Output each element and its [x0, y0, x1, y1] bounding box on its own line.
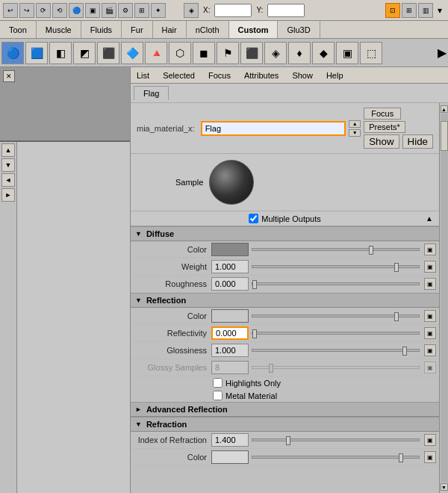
tab-fur[interactable]: Fur	[122, 21, 153, 38]
scroll-thumb[interactable]	[441, 121, 448, 151]
tab-glu3d[interactable]: Glu3D	[278, 21, 320, 38]
icon-btn-13[interactable]: ♦	[288, 42, 311, 64]
minimize-icon[interactable]: ▾	[435, 5, 445, 16]
reflectivity-map-btn[interactable]: ▣	[424, 327, 436, 339]
mat-btn-down[interactable]: ▼	[349, 129, 361, 137]
icon-btn-8[interactable]: ⬡	[169, 42, 191, 64]
reflectivity-input[interactable]	[211, 326, 249, 340]
icon-btn-10[interactable]: ⚑	[217, 42, 239, 64]
diffuse-color-slider[interactable]	[252, 248, 420, 251]
tab-fluids[interactable]: Fluids	[81, 21, 122, 38]
diffuse-roughness-slider[interactable]	[252, 282, 420, 285]
scroll-down-arrow[interactable]: ▼	[441, 483, 448, 491]
diffuse-color-map-btn[interactable]: ▣	[424, 244, 436, 255]
icon-btn-15[interactable]: ▣	[336, 42, 358, 64]
tab-toon[interactable]: Toon	[0, 21, 37, 38]
presets-button[interactable]: Presets*	[364, 121, 405, 133]
flag-tab[interactable]: Flag	[134, 86, 169, 100]
diffuse-weight-map-btn[interactable]: ▣	[424, 261, 436, 273]
diffuse-weight-input[interactable]	[211, 260, 249, 273]
diffuse-roughness-input[interactable]	[211, 277, 249, 291]
y-input[interactable]	[267, 4, 305, 17]
scroll-thumb-area[interactable]	[441, 114, 448, 483]
toolbar-icon-5[interactable]: 🔵	[69, 3, 84, 18]
toolbar-icon-3[interactable]: ⟳	[36, 3, 51, 18]
arrow-right-btn[interactable]: ►	[1, 188, 15, 202]
icon-btn-14[interactable]: ◆	[312, 42, 335, 64]
ior-input[interactable]	[211, 433, 249, 447]
refraction-section-header[interactable]: ▼ Refraction	[131, 417, 439, 432]
reflection-color-label: Color	[137, 311, 211, 320]
refraction-color-swatch[interactable]	[211, 450, 249, 464]
toolbar-icon-2[interactable]: ↪	[19, 3, 34, 18]
reflection-color-slider[interactable]	[252, 314, 420, 317]
hide-button[interactable]: Hide	[402, 134, 433, 149]
reflection-color-swatch[interactable]	[211, 309, 249, 323]
arrow-up-btn[interactable]: ▲	[1, 143, 15, 157]
toolbar-icon-13[interactable]: ▥	[418, 3, 433, 18]
advanced-reflection-section-header[interactable]: ► Advanced Reflection	[131, 402, 439, 417]
icon-btn-5[interactable]: ⬛	[97, 42, 119, 64]
scroll-up-arrow[interactable]: ▲	[441, 105, 448, 113]
glossiness-slider[interactable]	[252, 349, 420, 352]
toolbar-icon-7[interactable]: 🎬	[102, 3, 116, 18]
icon-btn-16[interactable]: ⬚	[360, 42, 382, 64]
refraction-color-map-btn[interactable]: ▣	[424, 451, 436, 463]
refraction-color-label: Color	[137, 453, 211, 462]
toolbar-icon-6[interactable]: ▣	[85, 3, 100, 18]
icon-btn-1[interactable]: 🔵	[1, 42, 24, 64]
reflectivity-slider[interactable]	[252, 332, 420, 335]
highlights-only-checkbox[interactable]	[213, 378, 223, 388]
toolbar-icon-8[interactable]: ⚙	[118, 3, 133, 18]
icon-btn-12[interactable]: ◈	[264, 42, 287, 64]
attr-menu-list[interactable]: List	[134, 69, 152, 81]
glossiness-map-btn[interactable]: ▣	[424, 344, 436, 356]
tab-custom[interactable]: Custom	[229, 21, 279, 38]
toolbar-icon-12[interactable]: ⊞	[402, 3, 417, 18]
mat-btn-up[interactable]: ▲	[349, 120, 361, 128]
icon-btn-7[interactable]: 🔺	[145, 42, 167, 64]
ior-slider[interactable]	[252, 438, 420, 441]
diffuse-roughness-label: Roughness	[137, 279, 211, 288]
attr-menu-focus[interactable]: Focus	[205, 69, 234, 81]
tab-ncloth[interactable]: nCloth	[187, 21, 229, 38]
icon-btn-2[interactable]: 🟦	[25, 42, 48, 64]
icon-btn-6[interactable]: 🔷	[121, 42, 143, 64]
attr-menu-help[interactable]: Help	[323, 69, 346, 81]
attr-menu-attributes[interactable]: Attributes	[241, 69, 281, 81]
toolbar-icon-10[interactable]: ✦	[151, 3, 166, 18]
arrow-left-btn[interactable]: ◄	[1, 173, 15, 187]
icon-btn-11[interactable]: ⬛	[240, 42, 263, 64]
ior-map-btn[interactable]: ▣	[424, 434, 436, 446]
toolbar-icon-4[interactable]: ⟲	[52, 3, 67, 18]
sidebar-close-btn[interactable]: ✕	[3, 70, 15, 82]
toolbar-icon-1[interactable]: ↩	[3, 3, 18, 18]
icon-btn-9[interactable]: ◼	[193, 42, 215, 64]
panel-scroll-right[interactable]: ▶	[438, 46, 447, 60]
attr-menu-selected[interactable]: Selected	[160, 69, 198, 81]
icon-btn-3[interactable]: ◧	[49, 42, 72, 64]
icon-btn-4[interactable]: ◩	[73, 42, 96, 64]
reflection-section-header[interactable]: ▼ Reflection	[131, 293, 439, 308]
attr-menu-show[interactable]: Show	[289, 69, 316, 81]
collapse-arrow[interactable]: ▲	[426, 214, 433, 223]
arrow-down-btn[interactable]: ▼	[1, 158, 15, 172]
diffuse-weight-slider[interactable]	[252, 265, 420, 268]
focus-button[interactable]: Focus	[364, 108, 401, 120]
tab-muscle[interactable]: Muscle	[37, 21, 81, 38]
toolbar-icon-9[interactable]: ⊞	[134, 3, 149, 18]
show-button[interactable]: Show	[364, 134, 399, 149]
refraction-color-slider[interactable]	[252, 456, 420, 459]
tab-hair[interactable]: Hair	[153, 21, 187, 38]
diffuse-roughness-map-btn[interactable]: ▣	[424, 278, 436, 290]
x-input[interactable]	[214, 4, 252, 17]
glossiness-input[interactable]	[211, 344, 249, 357]
multiple-outputs-checkbox[interactable]	[249, 214, 258, 223]
toolbar-icon-11[interactable]: ◈	[184, 3, 199, 18]
material-name-input[interactable]	[201, 121, 346, 136]
metal-material-checkbox[interactable]	[213, 391, 223, 400]
diffuse-section-header[interactable]: ▼ Diffuse	[131, 226, 439, 241]
toolbar-icon-active[interactable]: ⊡	[385, 3, 400, 18]
reflection-color-map-btn[interactable]: ▣	[424, 310, 436, 322]
diffuse-color-swatch[interactable]	[211, 243, 249, 256]
